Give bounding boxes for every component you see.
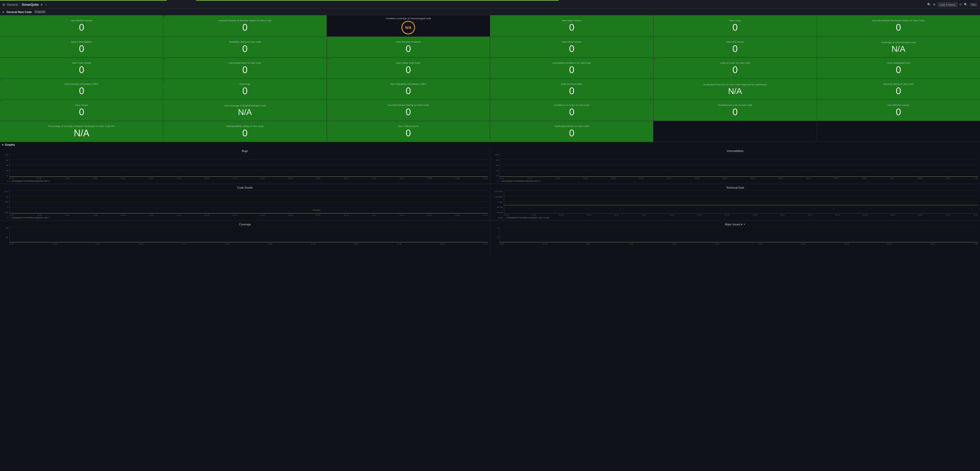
graph-bugs-xaxis: 22:2022:3022:4022:5023:0023:1023:2023:30…: [10, 177, 488, 179]
breadcrumb: ⊞ General / SonarQube ★ ⇪: [3, 3, 47, 6]
metric-line-coverage-added[interactable]: Line coverage of added/changed code N/A: [163, 100, 326, 121]
progress-bar-top: [0, 0, 980, 1]
metric-pct-security-hotspots[interactable]: Percentage of Security Hotspots Reviewed…: [0, 121, 163, 142]
time-picker[interactable]: Last 3 hours: [938, 2, 958, 7]
metric-new-minor-issues[interactable]: New Minor Issues 0: [490, 37, 653, 57]
metric-duplicated-lines-pct[interactable]: Duplicated lines (%) on new code balance…: [654, 79, 816, 100]
graph-coverage-xaxis: 22:2022:3522:5023:0523:2023:3523:5000:05…: [10, 243, 488, 245]
graph-vuln-line: [500, 176, 978, 177]
metric-new-info-issues[interactable]: New Info issues 0: [654, 37, 816, 57]
graph-debt-y-axis: 1.67 hour 1.33 hour 1 hour 40 min 20 min…: [492, 190, 504, 219]
graphs-label: Graphs: [5, 143, 15, 146]
top-bar: ⊞ General / SonarQube ★ ⇪ 🔍 ⚙ Last 3 hou…: [0, 1, 980, 9]
graph-vuln-xaxis: 22:2022:3022:4022:5023:0023:1023:2023:30…: [500, 177, 978, 179]
metric-new-technical-debt[interactable]: New technical debt 0: [490, 79, 653, 100]
metric-new-security-hotspots[interactable]: New Security Hotspots 0: [327, 37, 490, 57]
graph-major-area: [500, 227, 978, 243]
refresh-icon[interactable]: ↻: [959, 3, 962, 6]
top-bar-right: 🔍 ⚙ Last 3 hours ↻ 🔍 Tim: [927, 2, 977, 7]
graph-debt-area: [504, 190, 978, 214]
panel-indicator: [164, 58, 165, 60]
metric-security-review-to-review[interactable]: Security Review To Review Status on New …: [163, 15, 326, 37]
graph-smells-title: Code Smells: [2, 186, 488, 189]
metric-new-security-remediation[interactable]: New security remediation effort 0: [0, 79, 163, 100]
share-icon[interactable]: ⇪: [45, 3, 47, 6]
section-label[interactable]: General New Code: [6, 10, 32, 14]
graph-vulnerabilities: Vulnerabilities 100 80 60 40 20 0: [490, 147, 980, 184]
metrics-grid: New Blocker issues 0 Security Review To …: [0, 15, 980, 142]
metric-lines-duplicated[interactable]: Lines duplicated lines 0: [817, 58, 980, 78]
metric-new-blocker-issues[interactable]: New Blocker issues 0: [0, 15, 163, 37]
panel-indicator: [327, 58, 329, 60]
graph-smells-xaxis: 22:2022:3022:4022:5023:0023:1023:2023:30…: [10, 214, 488, 216]
metric-security-review-rating[interactable]: Security Review Rating on New Code 0: [327, 100, 490, 121]
panel-indicator: [0, 101, 2, 102]
metric-duplicated-blocks[interactable]: Duplicated blocks on new code 0: [490, 121, 653, 142]
metric-new-critical-issues[interactable]: New Critical Issues 0: [327, 121, 490, 142]
graph-major-y-axis: 8 6: [492, 227, 500, 245]
metric-maintainability-rating[interactable]: Maintainability rating on new code 0: [163, 121, 326, 142]
graph-coverage-title: Coverage: [2, 223, 488, 226]
metric-coverage-new-code[interactable]: Coverage of new/changed code N/A: [817, 37, 980, 57]
metric-new-vulnerabilities[interactable]: New Vulnerabilities 0: [0, 37, 163, 57]
metric-new-major-issues[interactable]: New Major Issues 0: [490, 15, 653, 37]
graph-coverage: Coverage 4% 2% 22:2022:3522:5023:0523:20…: [0, 221, 490, 257]
graph-bugs-legend: — SonarQube Prometheus Exporter Last: 0: [10, 180, 488, 182]
graph-bugs-area: [10, 153, 488, 177]
star-icon[interactable]: ★: [40, 3, 43, 6]
graphs-grid: Bugs 100 80 60 40 20 0: [0, 147, 980, 257]
metric-new-blocker-issues-2[interactable]: New Blocker Issues 0: [817, 100, 980, 121]
chevron-down-icon[interactable]: ▾: [744, 223, 745, 226]
graph-smells-area: [10, 190, 488, 214]
metric-security-rating-new-code[interactable]: Security rating on new code 0: [817, 79, 980, 100]
collapse-icon[interactable]: ▶: [3, 11, 5, 13]
graph-major-xaxis: 22:2022:3522:5023:0523:2023:3523:5000:05…: [500, 243, 978, 245]
search-icon[interactable]: 🔍: [927, 3, 931, 6]
graph-bugs-y-axis: 100 80 60 40 20 0: [2, 153, 10, 182]
metric-uncovered-lines[interactable]: Uncovered lines on new code 0: [163, 58, 326, 78]
panels-badge: 8 panels: [34, 10, 46, 14]
user-menu[interactable]: Tim: [970, 3, 977, 6]
graph-debt-xaxis: 22:2022:3022:4022:5023:0023:1023:2023:30…: [504, 214, 978, 216]
graph-vuln-y-axis: 100 80 60 40 20 0: [492, 153, 500, 182]
graph-smells-legend: — SonarQube Prometheus Exporter Last: 7: [10, 217, 488, 219]
graph-vuln-legend: — SonarQube Prometheus Exporter Last: 0: [500, 180, 978, 182]
collapse-graphs-icon[interactable]: ▶: [2, 144, 4, 146]
panel-indicator: [654, 58, 656, 60]
graph-coverage-area: [10, 227, 488, 243]
settings-icon[interactable]: ⚙: [933, 3, 935, 6]
metric-security-review-reviewed[interactable]: Security Review Reviewed Status on New C…: [817, 15, 980, 37]
graph-technical-debt: Technical Debt 1.67 hour 1.33 hour 1 hou…: [490, 184, 980, 220]
metric-new-bugs[interactable]: New bugs 0: [163, 79, 326, 100]
metric-new-issues[interactable]: New Issues 0: [0, 100, 163, 121]
metric-development-cost[interactable]: Development cost on new code 0: [654, 100, 816, 121]
graph-vuln-area: [500, 153, 978, 177]
metric-new-code-smells[interactable]: New Code Smells 0: [0, 58, 163, 78]
graph-code-smells: Code Smells 12.5 10 7.50 5 2.50 0: [0, 184, 490, 220]
graph-major-title: Major Issues ▾ ▾: [492, 223, 978, 226]
breadcrumb-general[interactable]: General: [7, 3, 18, 6]
graph-vuln-title: Vulnerabilities: [492, 149, 978, 152]
sub-bar: ▶ General New Code 8 panels: [0, 9, 980, 15]
graph-bugs-title: Bugs: [2, 149, 488, 152]
metric-condition-coverage[interactable]: Condition coverage of new/changed code N…: [327, 15, 490, 37]
metric-new-sqale-debt-ratio[interactable]: New Sqale Debt Ratio 0: [327, 58, 490, 78]
metric-new-lines[interactable]: New Lines 0: [654, 15, 816, 37]
graph-smells-y-axis: 12.5 10 7.50 5 2.50 0: [2, 190, 10, 219]
zoom-in-icon[interactable]: 🔍: [964, 3, 967, 6]
metric-new-reliability-remediation[interactable]: New Reliability remediation effort 0: [327, 79, 490, 100]
metric-lines-to-cover[interactable]: Lines to cover on new code 0: [654, 58, 816, 78]
metric-reliability-rating[interactable]: Reliability rating on new code 0: [163, 37, 326, 57]
graphs-section-header[interactable]: ▶ Graphs: [0, 142, 980, 147]
graph-smells-spike: [313, 210, 320, 212]
circle-na: N/A: [401, 21, 415, 34]
metric-uncovered-conditions[interactable]: Uncovered conditions on new code 0: [490, 58, 653, 78]
metric-conditions-to-cover[interactable]: Conditions to cover on new code 0: [490, 100, 653, 121]
panel-indicator: [164, 16, 165, 18]
empty-panel-1: [654, 121, 816, 142]
home-icon[interactable]: ⊞: [3, 3, 5, 6]
graph-debt-title: Technical Debt: [492, 186, 978, 189]
breadcrumb-sonarqube[interactable]: SonarQube: [22, 3, 39, 6]
graph-coverage-y-axis: 4% 2%: [2, 227, 10, 245]
panel-indicator: [0, 79, 2, 81]
